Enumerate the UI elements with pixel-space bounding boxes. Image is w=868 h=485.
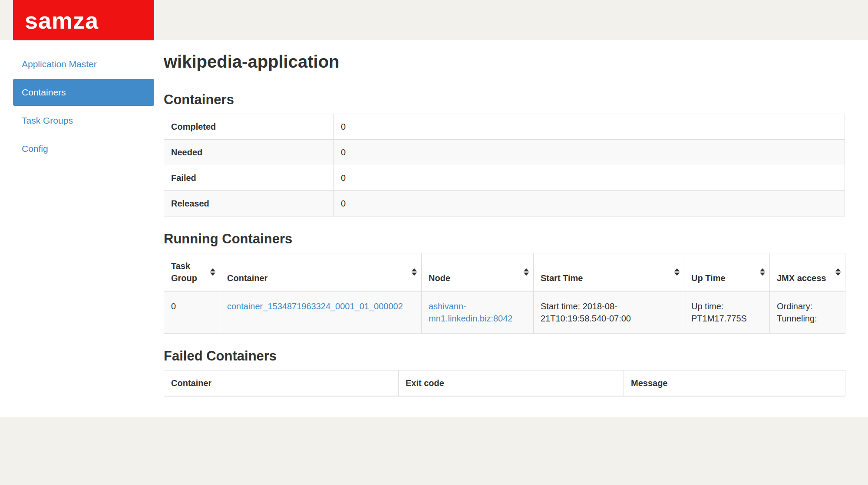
table-row: 0 container_1534871963324_0001_01_000002… bbox=[164, 291, 845, 334]
stat-label-completed: Completed bbox=[164, 114, 334, 140]
page-footer bbox=[0, 417, 868, 485]
failed-containers-section: Failed Containers Container Exit code Me… bbox=[164, 349, 845, 397]
page-title: wikipedia-application bbox=[164, 52, 845, 77]
sort-icon bbox=[674, 269, 680, 276]
running-jmx-access-cell: Ordinary: Tunneling: bbox=[770, 291, 845, 334]
running-task-group-cell: 0 bbox=[164, 291, 220, 334]
column-header-task-group[interactable]: Task Group bbox=[164, 253, 220, 292]
failed-column-header-message: Message bbox=[624, 370, 845, 397]
sidebar-item-task-groups[interactable]: Task Groups bbox=[13, 107, 154, 134]
table-header-row: Container Exit code Message bbox=[164, 370, 845, 397]
column-header-up-time[interactable]: Up Time bbox=[684, 253, 770, 292]
running-containers-table: Task Group Container Node bbox=[164, 253, 845, 334]
sort-icon bbox=[524, 269, 529, 276]
column-header-label: Up Time bbox=[691, 273, 726, 283]
stat-value-failed: 0 bbox=[334, 165, 845, 191]
failed-containers-heading: Failed Containers bbox=[164, 349, 845, 363]
running-start-time-cell: Start time: 2018-08-21T10:19:58.540-07:0… bbox=[534, 291, 684, 334]
column-header-container[interactable]: Container bbox=[220, 253, 422, 292]
column-header-start-time[interactable]: Start Time bbox=[534, 253, 684, 292]
main-content: wikipedia-application Containers Complet… bbox=[164, 40, 845, 417]
sort-icon bbox=[412, 269, 417, 276]
stat-label-needed: Needed bbox=[164, 140, 334, 165]
failed-containers-table: Container Exit code Message bbox=[164, 370, 845, 397]
column-header-label: Start Time bbox=[541, 273, 583, 283]
sidebar-item-config[interactable]: Config bbox=[13, 135, 154, 162]
sort-icon bbox=[210, 269, 215, 276]
running-node-cell: ashivann-mn1.linkedin.biz:8042 bbox=[422, 291, 534, 334]
column-header-label: JMX access bbox=[777, 273, 826, 283]
table-header-row: Task Group Container Node bbox=[164, 253, 845, 292]
running-container-cell: container_1534871963324_0001_01_000002 bbox=[220, 291, 422, 334]
table-row: Failed 0 bbox=[164, 165, 845, 191]
content-area: Application Master Containers Task Group… bbox=[0, 40, 868, 417]
sidebar-item-containers[interactable]: Containers bbox=[13, 79, 154, 106]
failed-column-header-container: Container bbox=[164, 370, 399, 397]
failed-column-header-exit-code: Exit code bbox=[399, 370, 624, 397]
running-up-time-cell: Up time: PT1M17.775S bbox=[684, 291, 770, 334]
column-header-jmx-access[interactable]: JMX access bbox=[770, 253, 845, 292]
column-header-label: Node bbox=[429, 273, 450, 283]
samza-logo[interactable]: samza bbox=[13, 0, 154, 40]
stat-label-failed: Failed bbox=[164, 165, 334, 191]
stat-value-completed: 0 bbox=[334, 114, 845, 140]
column-header-label: Task Group bbox=[171, 261, 197, 283]
samza-logo-text: samza bbox=[25, 9, 99, 32]
container-link[interactable]: container_1534871963324_0001_01_000002 bbox=[227, 301, 403, 311]
column-header-label: Container bbox=[227, 273, 267, 283]
page: samza Application Master Containers Task… bbox=[0, 0, 868, 485]
column-header-node[interactable]: Node bbox=[422, 253, 534, 292]
containers-section: Containers Completed 0 Needed 0 Failed bbox=[164, 93, 845, 216]
sort-icon bbox=[760, 269, 765, 276]
table-row: Needed 0 bbox=[164, 140, 845, 165]
stat-value-needed: 0 bbox=[334, 140, 845, 165]
table-row: Completed 0 bbox=[164, 114, 845, 140]
node-link[interactable]: ashivann-mn1.linkedin.biz:8042 bbox=[429, 301, 512, 323]
sort-icon bbox=[835, 269, 841, 276]
top-bar: samza bbox=[0, 0, 868, 40]
running-containers-heading: Running Containers bbox=[164, 232, 845, 246]
sidebar: Application Master Containers Task Group… bbox=[13, 40, 154, 417]
stat-label-released: Released bbox=[164, 191, 334, 216]
stat-value-released: 0 bbox=[334, 191, 845, 216]
running-containers-section: Running Containers Task Group Container bbox=[164, 232, 845, 334]
table-row: Released 0 bbox=[164, 191, 845, 216]
sidebar-item-application-master[interactable]: Application Master bbox=[13, 51, 154, 78]
containers-stats-table: Completed 0 Needed 0 Failed 0 Released bbox=[164, 114, 845, 216]
containers-heading: Containers bbox=[164, 93, 845, 107]
